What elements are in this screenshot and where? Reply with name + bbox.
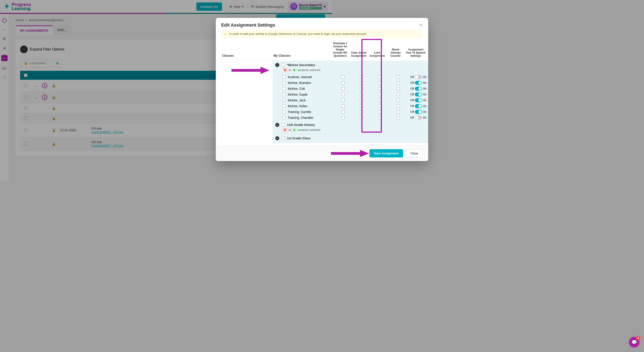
expand-class-button[interactable]: + [275,123,279,127]
class-block: + 1st Grade Class [272,134,332,143]
col-classes-header: Classes [221,52,272,59]
arrow-annotation-bottom [331,149,332,158]
svg-marker-1 [260,67,270,74]
student-name-label: Training, Camille [288,110,311,114]
student-name-label: McKee, Nolan [288,104,308,108]
student-row: McKee, Brandon Off On [272,80,332,86]
student-row: McKee, Colt Off On [272,86,332,92]
student-row: McKee, Gayle Off On [272,92,332,97]
student-name-label: McKee, Gayle [288,93,308,96]
expand-class-button[interactable]: − [275,63,279,67]
student-row: McKee, Nolan Off On [272,103,332,109]
selection-count: 0 of 8 students selected [282,68,332,72]
student-row: Training, Chandler Off On [272,115,332,121]
student-checkbox[interactable] [282,116,286,119]
class-checkbox[interactable] [282,123,285,126]
class-name: 11th Grade History [287,123,315,127]
student-name-label: McKee, Jack [288,99,306,102]
student-checkbox[interactable] [282,105,286,108]
svg-rect-2 [331,152,332,155]
student-checkbox[interactable] [282,75,286,79]
student-checkbox[interactable] [282,110,286,113]
arrow-annotation-left [232,66,270,75]
selection-count: 0 of 3 students selected [282,128,332,132]
student-checkbox[interactable] [282,81,286,84]
student-name-label: Kushner, Hannah [288,75,312,79]
student-checkbox[interactable] [282,99,286,102]
student-row: Kushner, Hannah Off On [272,74,332,80]
student-name-label: McKee, Colt [288,87,305,90]
class-checkbox[interactable] [282,63,285,67]
class-checkbox[interactable] [282,137,285,140]
expand-class-button[interactable]: + [275,136,279,140]
warning-icon: ⚠ [224,32,227,35]
student-row: McKee, Jack Off On [272,97,332,103]
student-name-label: Training, Chandler [288,116,314,120]
class-block: + 11th Grade History 0 of 3 students sel… [272,121,332,134]
col-eliminate-header: Eliminate 1 Answer for Single-Answer MC … [331,40,332,59]
class-name: *McKee Secondary [287,63,315,67]
warning-text: In order to add your activity to Google … [229,32,332,35]
student-checkbox[interactable] [282,93,286,96]
class-block: − *McKee Secondary 0 of 8 students selec… [272,61,332,74]
class-name: 1st Grade Class [287,137,310,140]
student-checkbox[interactable] [282,87,286,90]
modal-title: Edit Assignment Settings [221,22,275,28]
svg-rect-0 [232,69,260,72]
modal-overlay: Edit Assignment Settings ✕ ⚠ In order to… [0,0,332,181]
student-name-label: McKee, Brandon [288,81,311,85]
col-myclasses-header: My Classes [272,52,331,59]
edit-assignment-modal: Edit Assignment Settings ✕ ⚠ In order to… [216,18,332,161]
warning-banner: ⚠ In order to add your activity to Googl… [221,30,332,38]
student-row: Training, Camille Off On [272,109,332,115]
